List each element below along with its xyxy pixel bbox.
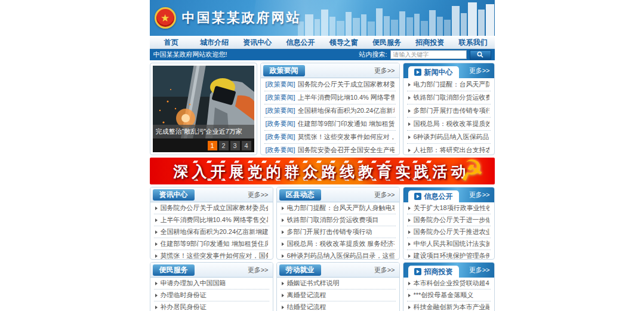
news-text: 铁路部门取消部分货运收费项目 [287, 217, 379, 223]
triangle-bullet-icon [282, 242, 284, 246]
news-item[interactable]: [政策要闻] 全国耕地保有面积为20.24亿亩新增建设 [264, 104, 396, 118]
news-item[interactable]: 上半年消费同比增10.4% 网络零售交易额同比增33.4% [154, 214, 269, 226]
more-link[interactable]: 更多>> [469, 66, 490, 75]
news-item[interactable]: 多部门开展打击传销专项行动 [407, 104, 491, 118]
nav-item[interactable]: 资讯中心 [236, 36, 279, 48]
news-item[interactable]: 办理临时身份证 [154, 290, 269, 301]
news-item[interactable]: ***创投母基金落顺义 [407, 290, 491, 301]
triangle-bullet-icon [282, 294, 284, 297]
panel-tab[interactable]: 政策要闻 [263, 65, 305, 76]
news-item[interactable]: 国务院办公厅关于推进农业水价 综合改 [407, 226, 491, 238]
panel-title: 招商投资 [424, 267, 453, 277]
panel-policy-news: 政策要闻 更多>> [政策要闻] 国务院办公厅关于成立国家教材委员会的通知 [政… [260, 63, 400, 155]
nav-item[interactable]: 领导之窗 [322, 36, 365, 48]
news-item[interactable]: 本市科创企业投贷联动超40亿元 [407, 278, 491, 290]
search-button[interactable] [470, 50, 491, 60]
news-item[interactable]: 离婚登记流程 [281, 290, 396, 301]
carousel-caption[interactable]: 完成整治“散乱污”企业近7万家 [153, 125, 254, 138]
page-button[interactable]: 3 [230, 141, 240, 150]
news-item[interactable]: 铁路部门取消部分货运收费项目 [407, 91, 491, 104]
panel-header: 便民服务 更多>> [150, 263, 273, 278]
campaign-banner[interactable]: 深入开展党的群众路线教育实践活动 ☭ [150, 158, 495, 184]
nav-item[interactable]: 首页 [150, 36, 193, 48]
news-text: 结婚登记流程 [287, 304, 326, 310]
news-text: 电力部门提醒：台风天严防人身触电事故 [287, 205, 395, 211]
triangle-bullet-icon [282, 254, 284, 258]
news-text: 住建部等9部门印发通知 增加租赁住房有效供给 [161, 241, 268, 247]
news-item[interactable]: 莫慌张！这些突发事件如何应对，国务院都想到了 [154, 250, 269, 260]
news-item[interactable]: 科技金融创新为本市产业融合注入活力 [407, 301, 491, 311]
panel-tab[interactable]: 招商投资 [408, 266, 459, 278]
news-item[interactable]: 补办居民身份证 [154, 301, 269, 311]
news-tag: [政策要闻] [266, 81, 295, 88]
news-text: 全国耕地保有面积为20.24亿亩新增建设用地面积增加 [161, 229, 268, 235]
news-item[interactable]: [政策要闻] 国务院办公厅关于成立国家教材委员会的通知 [264, 78, 396, 91]
triangle-bullet-icon [408, 96, 411, 100]
panel-labor: 劳动就业 更多>> 婚姻证书式样说明 离婚登记流程 结婚登记流程 [276, 262, 400, 311]
nav-item[interactable]: 便民服务 [365, 36, 408, 48]
news-item[interactable]: 铁路部门取消部分货运收费项目 [281, 214, 396, 226]
news-item[interactable]: [政务要闻] 莫慌张！这些突发事件如何应对，国务院都想 [264, 131, 396, 144]
panel-tab[interactable]: 资讯中心 [153, 189, 195, 201]
panel-tab[interactable]: 区县动态 [279, 189, 321, 201]
news-item[interactable]: 6种谈判药品纳入医保药品目录，这些细节你得知道 [281, 250, 396, 260]
news-list: 婚姻证书式样说明 离婚登记流程 结婚登记流程 [277, 278, 399, 311]
more-link[interactable]: 更多>> [374, 190, 395, 199]
page-button[interactable]: 1 [208, 141, 217, 150]
triangle-bullet-icon [282, 306, 284, 309]
play-icon [414, 193, 421, 200]
nav-item[interactable]: 城市介绍 [193, 36, 236, 48]
news-item[interactable]: 6种谈判药品纳入医保药品目录，这些细 [407, 131, 491, 144]
news-item[interactable]: [政务要闻] 国务院安委会召开全国安全生产电视电话会议 [264, 144, 396, 155]
news-carousel[interactable]: 完成整治“散乱污”企业近7万家 1 2 3 4 [150, 63, 257, 155]
more-link[interactable]: 更多>> [248, 266, 269, 275]
page-button[interactable]: 4 [242, 141, 251, 150]
news-item[interactable]: 国务院办公厅关于进一步做好 民间投资 [407, 214, 491, 226]
news-item[interactable]: 国税总局：税收改革提质效 服务经济有 [407, 118, 491, 131]
panel-news-center: 新闻中心 更多>> 电力部门提醒：台风天严防人身触电事故 铁路部门取消部分货运收… [403, 63, 495, 155]
news-tag: [政务要闻] [266, 134, 295, 140]
triangle-bullet-icon [155, 282, 158, 285]
news-item[interactable]: 电力部门提醒：台风天严防人身触电事故 [407, 78, 491, 91]
panel-header: 区县动态 更多>> [277, 187, 399, 202]
search-input[interactable] [390, 50, 467, 59]
news-text: 国务院办公厅关于成立国家教材委员会的通知 [161, 205, 268, 211]
panel-header: 信息公开 更多>> [403, 187, 494, 202]
news-item[interactable]: 人社部：将研究出台支持农民工返乡创业 [407, 144, 491, 155]
panel-tab[interactable]: 便民服务 [153, 264, 195, 276]
news-text: 铁路部门取消部分货运收费项目 [414, 94, 489, 101]
news-item[interactable]: 申请办理加入中国国籍 [154, 278, 269, 290]
main-row-2: 资讯中心 更多>> 国务院办公厅关于成立国家教材委员会的通知 上半年消费同比增1… [150, 187, 495, 260]
nav-item[interactable]: 联系我们 [451, 36, 494, 48]
more-link[interactable]: 更多>> [374, 66, 395, 75]
news-item[interactable]: 全国耕地保有面积为20.24亿亩新增建设用地面积增加 [154, 226, 269, 238]
more-link[interactable]: 更多>> [469, 266, 490, 275]
news-item[interactable]: 建设项目环境保护管理条例 [407, 250, 491, 260]
news-item[interactable]: 结婚登记流程 [281, 301, 396, 311]
panel-tab[interactable]: 新闻中心 [408, 66, 459, 78]
news-item[interactable]: 国务院办公厅关于成立国家教材委员会的通知 [154, 202, 269, 214]
nav-item[interactable]: 招商投资 [408, 36, 451, 48]
more-link[interactable]: 更多>> [374, 266, 395, 275]
news-item[interactable]: 婚姻证书式样说明 [281, 278, 396, 290]
news-text: 补办居民身份证 [161, 304, 207, 310]
page-button[interactable]: 2 [219, 141, 229, 150]
news-item[interactable]: 关于扩大18项行政事业性收费免征范围 [407, 202, 491, 214]
news-item[interactable]: 电力部门提醒：台风天严防人身触电事故 [281, 202, 396, 214]
panel-tab[interactable]: 信息公开 [408, 190, 459, 202]
news-text: 国税总局：税收改革提质效 服务经济有 [414, 121, 489, 127]
triangle-bullet-icon [408, 136, 411, 139]
nav-item[interactable]: 信息公开 [279, 36, 322, 48]
panel-tab[interactable]: 劳动就业 [279, 264, 321, 276]
welcome-text: 中国某某政府网站欢迎您! [153, 50, 227, 59]
news-item[interactable]: 中华人民共和国统计法实施条例 [407, 238, 491, 250]
news-item[interactable]: 国税总局：税收改革提质效 服务经济有实招 [281, 238, 396, 250]
more-link[interactable]: 更多>> [469, 190, 490, 199]
hammer-sickle-icon: ☭ [457, 158, 485, 184]
news-item[interactable]: [政策要闻] 上半年消费同比增10.4% 网络零售交易 [264, 91, 396, 104]
more-link[interactable]: 更多>> [248, 190, 269, 199]
news-item[interactable]: 住建部等9部门印发通知 增加租赁住房有效供给 [154, 238, 269, 250]
main-row-3: 便民服务 更多>> 申请办理加入中国国籍 办理临时身份证 补办居民身份证 劳动就… [150, 262, 495, 311]
news-item[interactable]: 多部门开展打击传销专项行动 [281, 226, 396, 238]
news-item[interactable]: [政务要闻] 住建部等9部门印发通知 增加租赁住房有效 [264, 118, 396, 131]
